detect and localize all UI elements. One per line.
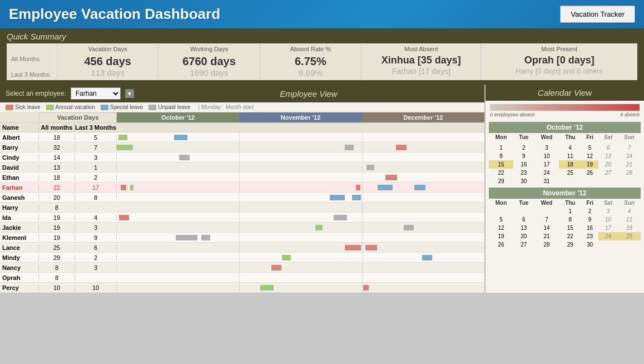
october-header: October '12 — [489, 122, 641, 133]
employee-chart — [117, 183, 484, 192]
employee-row: Jackie193 — [0, 223, 484, 233]
month-headers: October '12 November '12 December '12 — [117, 112, 484, 122]
employee-all-months: 8 — [39, 264, 75, 271]
employee-name: Oprah — [0, 274, 39, 281]
vacation-bar — [282, 255, 291, 260]
employee-all-months: 19 — [39, 224, 75, 231]
vacation-days-all: 456 days — [62, 55, 153, 68]
vacation-bar — [363, 285, 369, 291]
calendar-day — [618, 177, 641, 185]
employee-chart — [117, 193, 484, 202]
calendar-day: 23 — [513, 169, 534, 177]
employee-last3: 2 — [75, 174, 117, 181]
november-calendar: November '12 Mon Tue Wed Thu Fri Sat Sun… — [489, 188, 641, 249]
employee-chart — [117, 203, 484, 212]
summary-row-labels: All Months Last 3 Months — [7, 43, 57, 80]
vacation-bar — [378, 185, 392, 190]
november-table: Mon Tue Wed Thu Fri Sat Sun 123456789101… — [489, 199, 641, 249]
calendar-day: 19 — [489, 232, 513, 240]
employee-all-months: 20 — [39, 194, 75, 201]
calendar-day: 16 — [513, 160, 534, 169]
calendar-day: 2 — [581, 207, 598, 215]
vacation-bar — [130, 185, 134, 190]
vacation-bar — [365, 245, 377, 250]
calendar-day: 9 — [581, 215, 598, 224]
vacation-bar — [121, 185, 127, 190]
employee-name: Klement — [0, 234, 39, 241]
calendar-day: 4 — [618, 207, 641, 215]
metric-working-days: Working Days 6760 days 1690 days — [158, 43, 259, 80]
calendar-day: 17 — [534, 160, 559, 169]
vacation-bar — [179, 155, 190, 160]
employee-last3: 6 — [75, 244, 117, 251]
vacation-bar — [385, 175, 397, 180]
calendar-day: 25 — [559, 169, 581, 177]
th-fri2: Fri — [581, 199, 598, 207]
absence-bar-container: 0 employees absent 6 absent — [486, 101, 644, 120]
vacation-bar — [330, 195, 344, 200]
quick-summary-title: Quick Summary — [7, 32, 637, 41]
vacation-bar — [271, 265, 282, 270]
vacation-bar — [174, 135, 187, 140]
calendar-day — [598, 177, 618, 185]
employee-name: Lance — [0, 244, 39, 251]
legend-special: Special leave — [101, 104, 143, 110]
vacation-bar — [117, 145, 133, 150]
last3-col-header: Last 3 Months — [75, 123, 117, 132]
vacation-bar — [422, 255, 433, 260]
most-present-last3: Harry [0 days] and 6 others — [486, 67, 633, 75]
employee-name: Nancy — [0, 264, 39, 271]
most-absent-header: Most Absent — [366, 46, 476, 52]
employee-select[interactable]: Farhan — [71, 87, 121, 100]
employee-view-title: Employee View — [138, 89, 479, 99]
absent-rate-all: 6.75% — [265, 55, 356, 68]
vacation-bar — [118, 135, 127, 140]
employee-last3: 3 — [75, 224, 117, 231]
calendar-day: 22 — [489, 169, 513, 177]
employee-toolbar: Select an employee: Farhan ▼ Employee Vi… — [0, 85, 484, 102]
calendar-day: 7 — [618, 144, 641, 152]
calendar-day: 24 — [534, 169, 559, 177]
absence-right-label: 6 absent — [620, 112, 640, 117]
most-present-header: Most Present — [486, 46, 633, 52]
vacation-bar — [334, 215, 347, 220]
quick-summary: Quick Summary All Months Last 3 Months V… — [0, 28, 644, 85]
header: Employee Vacation Dashboard Vacation Tra… — [0, 0, 644, 28]
metric-most-absent: Most Absent Xinhua [35 days] Farhan [17 … — [361, 43, 480, 80]
october-calendar: October '12 Mon Tue Wed Thu Fri Sat Sun … — [489, 122, 641, 185]
calendar-day: 24 — [598, 232, 618, 240]
calendar-day: 19 — [581, 160, 598, 169]
most-absent-all: Xinhua [35 days] — [366, 55, 476, 67]
employee-row: Albert185 — [0, 132, 484, 142]
legend-special-label: Special leave — [110, 104, 143, 110]
vacation-bar — [404, 225, 414, 230]
vacation-bar — [414, 185, 425, 190]
calendar-day: 12 — [581, 152, 598, 160]
employee-name: Harry — [0, 204, 39, 211]
calendar-day: 8 — [559, 215, 581, 224]
page-title: Employee Vacation Dashboard — [9, 6, 220, 23]
employee-last3: 7 — [75, 144, 117, 151]
calendar-day: 1 — [489, 144, 513, 152]
employee-chart — [117, 223, 484, 232]
calendar-day: 6 — [598, 144, 618, 152]
vacation-bar — [356, 185, 360, 190]
all-months-label: All Months — [11, 56, 52, 62]
calendar-day: 3 — [534, 144, 559, 152]
employee-chart — [117, 142, 484, 152]
th-thu: Thu — [559, 133, 581, 141]
employee-all-months: 13 — [39, 164, 75, 171]
employee-last3: 17 — [75, 184, 117, 191]
employee-row: Cindy143 — [0, 153, 484, 163]
calendar-day: 4 — [559, 144, 581, 152]
employee-last3: 1 — [75, 164, 117, 171]
calendar-day: 21 — [534, 232, 559, 240]
th-fri: Fri — [581, 133, 598, 141]
employee-row: Oprah8 — [0, 273, 484, 283]
calendar-day: 25 — [618, 232, 641, 240]
vacation-days-header: Vacation Days — [62, 46, 153, 52]
employee-all-months: 19 — [39, 234, 75, 241]
calendar-day — [513, 207, 534, 215]
select-employee-label: Select an employee: — [6, 90, 66, 97]
vacation-tracker-button[interactable]: Vacation Tracker — [560, 6, 635, 23]
